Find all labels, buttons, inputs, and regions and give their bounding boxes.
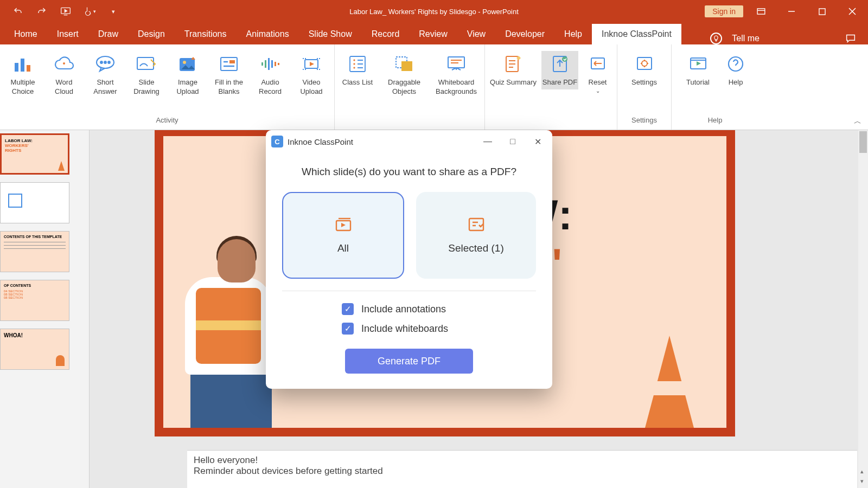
audio-record-button[interactable]: Audio Record [252,51,289,99]
prev-slide-icon[interactable]: ▴ [860,468,864,475]
help-button[interactable]: Help [721,51,751,89]
checkmark-icon: ✓ [342,303,354,315]
svg-rect-15 [229,60,235,63]
thumbnail-4[interactable]: OF CONTENTS 04 SECTION 08 SECTION 08 SEC… [0,280,69,321]
word-cloud-button[interactable]: Word Cloud [46,51,82,99]
svg-rect-4 [21,59,24,72]
svg-point-9 [104,61,106,63]
tab-insert[interactable]: Insert [47,24,88,44]
title-bar: ▾ ▾ Labor Law_ Workers' Rights by Slides… [0,0,868,23]
tab-transitions[interactable]: Transitions [175,24,237,44]
svg-rect-21 [278,63,279,65]
share-pdf-button[interactable]: Share PDF [541,51,578,89]
minimize-icon[interactable] [779,3,804,20]
summary-icon [502,53,524,75]
svg-rect-31 [637,57,652,69]
option-selected[interactable]: Selected (1) [416,192,536,279]
redo-icon[interactable] [34,3,50,20]
ribbon: Multiple Choice Word Cloud Short Answer … [0,44,868,130]
tab-developer[interactable]: Developer [495,24,554,44]
svg-rect-19 [271,60,273,68]
class-list-button[interactable]: Class List [339,51,376,89]
group-label-settings: Settings [631,114,657,127]
tab-inknoe-classpoint[interactable]: Inknoe ClassPoint [592,24,681,44]
audio-icon [259,53,281,75]
tab-review[interactable]: Review [409,24,457,44]
checkbox-whiteboards[interactable]: ✓ Include whiteboards [342,323,448,335]
play-tutorial-icon [687,53,709,75]
next-slide-icon[interactable]: ▾ [860,478,864,485]
ribbon-tabs: Home Insert Draw Design Transitions Anim… [0,23,868,44]
option-all[interactable]: All [282,192,404,279]
speaker-notes[interactable]: Hello everyone! Reminder about devices b… [187,450,857,488]
svg-point-34 [729,57,743,71]
tab-animations[interactable]: Animations [237,24,299,44]
dialog-maximize-icon[interactable]: □ [508,137,518,147]
svg-point-29 [562,56,567,62]
generate-pdf-button[interactable]: Generate PDF [345,349,473,374]
thumbnail-3[interactable]: CONTENTS OF THIS TEMPLATE [0,231,69,272]
quiz-summary-button[interactable]: Quiz Summary [489,51,537,89]
share-pdf-dialog: C Inknoe ClassPoint — □ ✕ Which slide(s)… [266,130,552,389]
cloud-icon [53,53,75,75]
tab-view[interactable]: View [457,24,495,44]
undo-icon[interactable] [10,3,26,20]
fill-blanks-icon [218,53,240,75]
whiteboard-icon [445,53,467,75]
image-upload-button[interactable]: Image Upload [169,51,206,99]
dialog-close-icon[interactable]: ✕ [533,137,542,147]
comments-icon[interactable] [845,34,856,43]
vertical-scrollbar[interactable]: ▴ ▾ [858,130,868,488]
touch-mode-icon[interactable]: ▾ [81,3,98,20]
scroll-thumb[interactable] [859,131,867,153]
lightbulb-icon[interactable] [710,33,722,44]
checkbox-annotations[interactable]: ✓ Include annotations [342,303,446,315]
tab-draw[interactable]: Draw [88,24,128,44]
tab-record[interactable]: Record [362,24,410,44]
svg-point-32 [642,61,647,66]
slide-thumbnails: LABOR LAW: WORKERS' RIGHTS CONTENTS OF T… [0,130,90,488]
notes-line2: Reminder about devices before getting st… [194,466,851,477]
svg-point-6 [63,62,65,65]
help-icon [725,53,746,75]
ribbon-display-icon[interactable] [749,3,774,20]
short-answer-button[interactable]: Short Answer [87,51,124,99]
signin-button[interactable]: Sign in [705,5,743,17]
tab-design[interactable]: Design [128,24,175,44]
thumbnail-2[interactable] [0,182,69,223]
reset-button[interactable]: Reset⌄ [583,51,612,97]
video-upload-button[interactable]: Video Upload [293,51,330,99]
svg-rect-5 [27,65,30,72]
tab-slideshow[interactable]: Slide Show [299,24,362,44]
tell-me-label[interactable]: Tell me [732,34,760,43]
maximize-icon[interactable] [809,3,834,20]
thumbnail-5[interactable]: WHOA! [0,329,69,370]
list-stars-icon [347,53,368,75]
group-label-activity: Activity [156,114,178,127]
slides-all-icon [334,216,353,233]
tutorial-button[interactable]: Tutorial [680,51,717,89]
classpoint-logo-icon: C [271,136,283,147]
settings-button[interactable]: Settings [626,51,663,89]
tab-help[interactable]: Help [554,24,592,44]
qat-more-icon[interactable]: ▾ [105,3,122,20]
close-icon[interactable] [840,3,865,20]
group-label-help: Help [708,114,723,127]
thumbnail-1[interactable]: LABOR LAW: WORKERS' RIGHTS [0,133,69,175]
draggable-objects-button[interactable]: Draggable Objects [380,51,428,99]
svg-rect-1 [757,9,765,14]
svg-point-8 [100,61,103,63]
multiple-choice-button[interactable]: Multiple Choice [4,51,41,99]
dialog-minimize-icon[interactable]: — [483,137,493,147]
slide-drawing-button[interactable]: Slide Drawing [128,51,165,99]
tab-home[interactable]: Home [4,24,47,44]
slideshow-from-start-icon[interactable] [58,3,74,20]
fill-blanks-button[interactable]: Fill in the Blanks [210,51,247,99]
dialog-question: Which slide(s) do you want to share as a… [282,166,536,178]
checkbox-annotations-label: Include annotations [361,304,446,315]
svg-rect-25 [401,61,412,71]
image-upload-icon [177,53,199,75]
collapse-ribbon-icon[interactable]: ︿ [854,117,861,126]
svg-point-13 [183,61,186,64]
whiteboard-bg-button[interactable]: Whiteboard Backgrounds [432,51,480,99]
